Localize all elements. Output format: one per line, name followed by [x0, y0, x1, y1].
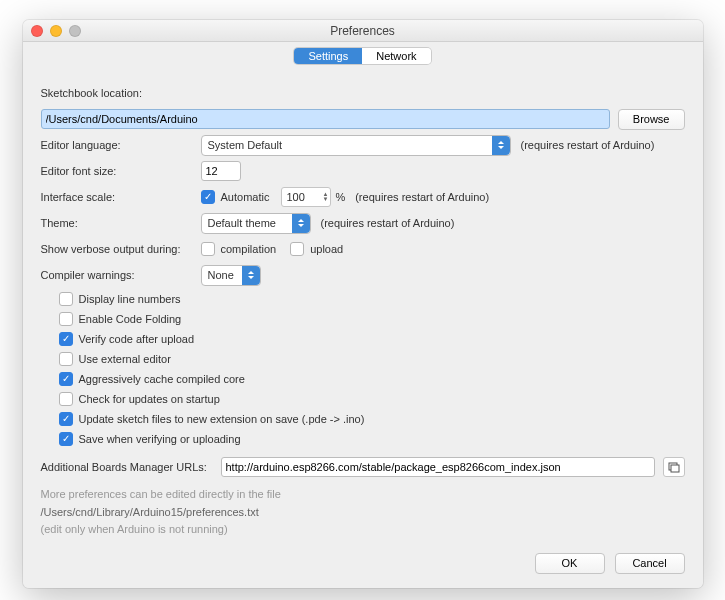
- chevron-updown-icon: [492, 136, 510, 155]
- content-area: Sketchbook location: Browse Editor langu…: [23, 68, 703, 588]
- expand-urls-button[interactable]: [663, 457, 685, 477]
- titlebar: Preferences: [23, 20, 703, 42]
- svg-rect-1: [671, 465, 679, 472]
- zoom-icon: [69, 25, 81, 37]
- editor-language-label: Editor language:: [41, 139, 201, 151]
- ok-button[interactable]: OK: [535, 553, 605, 574]
- check-updates-label: Check for updates on startup: [79, 393, 220, 405]
- footer-line1: More preferences can be edited directly …: [41, 486, 685, 504]
- restart-hint: (requires restart of Arduino): [521, 139, 655, 151]
- preferences-window: Preferences Settings Network Sketchbook …: [23, 20, 703, 588]
- verbose-compilation-checkbox[interactable]: [201, 242, 215, 256]
- window-icon: [668, 461, 680, 473]
- warnings-select[interactable]: None: [201, 265, 261, 286]
- sketchbook-path-input[interactable]: [41, 109, 610, 129]
- aggressive-cache-label: Aggressively cache compiled core: [79, 373, 245, 385]
- options-list: Display line numbers Enable Code Folding…: [41, 290, 685, 448]
- tab-settings[interactable]: Settings: [294, 48, 362, 64]
- check-updates-checkbox[interactable]: [59, 392, 73, 406]
- warnings-label: Compiler warnings:: [41, 269, 201, 281]
- font-size-label: Editor font size:: [41, 165, 201, 177]
- tab-bar: Settings Network: [23, 42, 703, 68]
- verbose-compilation-label: compilation: [221, 243, 277, 255]
- theme-label: Theme:: [41, 217, 201, 229]
- use-external-editor-label: Use external editor: [79, 353, 171, 365]
- save-on-verify-checkbox[interactable]: [59, 432, 73, 446]
- verify-after-upload-checkbox[interactable]: [59, 332, 73, 346]
- stepper-arrows-icon: ▲▼: [322, 192, 328, 202]
- scale-auto-label: Automatic: [221, 191, 270, 203]
- footer-note: More preferences can be edited directly …: [41, 486, 685, 539]
- display-line-numbers-label: Display line numbers: [79, 293, 181, 305]
- sketchbook-label: Sketchbook location:: [41, 87, 143, 99]
- dialog-buttons: OK Cancel: [41, 553, 685, 574]
- scale-value: 100: [286, 191, 304, 203]
- scale-auto-checkbox[interactable]: [201, 190, 215, 204]
- use-external-editor-checkbox[interactable]: [59, 352, 73, 366]
- interface-scale-label: Interface scale:: [41, 191, 201, 203]
- minimize-icon[interactable]: [50, 25, 62, 37]
- verify-after-upload-label: Verify code after upload: [79, 333, 195, 345]
- font-size-input[interactable]: [201, 161, 241, 181]
- traffic-lights: [31, 25, 81, 37]
- footer-line3: (edit only when Arduino is not running): [41, 521, 685, 539]
- aggressive-cache-checkbox[interactable]: [59, 372, 73, 386]
- browse-button[interactable]: Browse: [618, 109, 685, 130]
- window-title: Preferences: [330, 24, 395, 38]
- verbose-label: Show verbose output during:: [41, 243, 201, 255]
- verbose-upload-label: upload: [310, 243, 343, 255]
- update-extension-checkbox[interactable]: [59, 412, 73, 426]
- warnings-value: None: [208, 269, 234, 281]
- theme-select[interactable]: Default theme: [201, 213, 311, 234]
- theme-value: Default theme: [208, 217, 276, 229]
- cancel-button[interactable]: Cancel: [615, 553, 685, 574]
- chevron-updown-icon: [292, 214, 310, 233]
- verbose-upload-checkbox[interactable]: [290, 242, 304, 256]
- enable-code-folding-label: Enable Code Folding: [79, 313, 182, 325]
- enable-code-folding-checkbox[interactable]: [59, 312, 73, 326]
- chevron-updown-icon: [242, 266, 260, 285]
- restart-hint-2: (requires restart of Arduino): [355, 191, 489, 203]
- tab-segment: Settings Network: [294, 48, 430, 64]
- close-icon[interactable]: [31, 25, 43, 37]
- update-extension-label: Update sketch files to new extension on …: [79, 413, 365, 425]
- editor-language-select[interactable]: System Default: [201, 135, 511, 156]
- save-on-verify-label: Save when verifying or uploading: [79, 433, 241, 445]
- additional-urls-input[interactable]: [221, 457, 655, 477]
- scale-percent-label: %: [335, 191, 345, 203]
- scale-stepper[interactable]: 100 ▲▼: [281, 187, 331, 207]
- prefs-file-path: /Users/cnd/Library/Arduino15/preferences…: [41, 504, 685, 522]
- display-line-numbers-checkbox[interactable]: [59, 292, 73, 306]
- tab-network[interactable]: Network: [362, 48, 430, 64]
- additional-urls-label: Additional Boards Manager URLs:: [41, 461, 221, 473]
- editor-language-value: System Default: [208, 139, 283, 151]
- restart-hint-3: (requires restart of Arduino): [321, 217, 455, 229]
